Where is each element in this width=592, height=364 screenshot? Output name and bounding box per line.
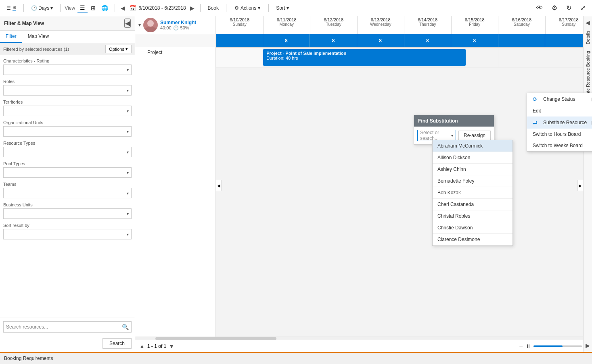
- dropdown-item-3[interactable]: Bernadette Foley: [433, 175, 513, 187]
- actions-icon: ⚙: [234, 5, 239, 11]
- context-menu-change-status[interactable]: ⟳ Change Status ▶: [527, 93, 592, 105]
- dropdown-item-7[interactable]: Christie Dawson: [433, 222, 513, 234]
- search-icon-btn[interactable]: 🔍: [122, 324, 129, 330]
- chevron-down-icon: ▾: [127, 88, 129, 93]
- details-panel-toggle-btn[interactable]: ◀: [584, 18, 592, 27]
- zoom-bar-fill: [533, 345, 563, 347]
- filter-org-units: Organizational Units ▾: [3, 120, 132, 137]
- resource-name[interactable]: Summer Knight: [160, 20, 196, 25]
- actions-arrow: ▾: [258, 5, 260, 11]
- grid-right-arrow-btn[interactable]: ▶: [577, 180, 583, 191]
- dropdown-item-1[interactable]: Allison Dickson: [433, 152, 513, 164]
- settings-btn[interactable]: ⚙: [548, 2, 561, 13]
- filter-label-roles: Roles: [3, 79, 132, 84]
- grid-left-arrow-btn[interactable]: ◀: [216, 180, 222, 191]
- svg-point-0: [147, 20, 154, 27]
- refresh-btn[interactable]: ↻: [563, 2, 575, 13]
- context-menu-substitute[interactable]: ⇄ Substitute Resource ▶: [527, 116, 592, 129]
- filter-select-resource-types[interactable]: ▾: [3, 147, 132, 157]
- hour-cell-3: 8: [357, 34, 404, 47]
- date-navigation: ◀ 📅 6/10/2018 - 6/23/2018 ▶: [119, 4, 196, 12]
- next-date-btn[interactable]: ▶: [188, 4, 196, 12]
- date-5: 6/15/2018: [452, 17, 498, 22]
- resource-details: Summer Knight 40:00 🕐 50%: [160, 20, 196, 31]
- panel-title: Filter & Map View: [4, 21, 44, 26]
- find-sub-header: Find Substitution: [414, 115, 494, 127]
- day-3: Wednesday: [358, 22, 404, 27]
- days-dropdown-btn[interactable]: 🕐 Days ▾: [28, 4, 56, 12]
- context-menu-hours-board[interactable]: Switch to Hours Board: [527, 129, 592, 140]
- resource-collapse-btn[interactable]: ▾: [138, 22, 141, 28]
- details-panel-label: Details: [584, 27, 592, 48]
- pause-icon: ⏸: [525, 343, 531, 349]
- bottom-bar: ▲ 1 - 1 of 1 ▼ − ⏸ +: [135, 340, 592, 352]
- filter-select-characteristics[interactable]: ▾: [3, 64, 132, 75]
- expand-btn[interactable]: ⤢: [577, 2, 589, 13]
- filter-select-sort-result[interactable]: ▾: [3, 229, 132, 239]
- view-toggle-btn[interactable]: ☰ ⊞: [3, 3, 19, 13]
- panel-toggle-btn[interactable]: ◀: [124, 19, 131, 28]
- book-label: Book: [208, 5, 219, 11]
- details-panel-right-btn[interactable]: ▶: [584, 341, 592, 350]
- scroll-thumb[interactable]: [155, 337, 276, 340]
- reassign-btn[interactable]: Re-assign: [458, 131, 491, 140]
- hour-cell-4: 8: [404, 34, 451, 47]
- grid-view-btn[interactable]: ⊞: [88, 3, 98, 13]
- separator-6: [268, 4, 269, 12]
- page-prev-btn[interactable]: ▲: [139, 343, 145, 349]
- day-5: Friday: [452, 22, 498, 27]
- booking-bar[interactable]: Project - Point of Sale implementation D…: [263, 49, 465, 66]
- filter-select-business-units[interactable]: ▾: [3, 208, 132, 219]
- zoom-out-btn[interactable]: −: [519, 343, 523, 350]
- filter-label-territories: Territories: [3, 100, 132, 104]
- dropdown-item-2[interactable]: Ashley Chinn: [433, 164, 513, 175]
- map-view-btn[interactable]: 🌐: [99, 3, 111, 13]
- horizontal-scrollbar[interactable]: [135, 337, 592, 340]
- filter-pool-types: Pool Types ▾: [3, 161, 132, 178]
- filter-select-teams[interactable]: ▾: [3, 188, 132, 198]
- hour-cell-2: 8: [310, 34, 357, 47]
- separator-5: [226, 4, 226, 12]
- col-header-6: 6/16/2018 Saturday: [498, 16, 545, 34]
- context-menu-label-edit: Edit: [533, 108, 541, 114]
- options-btn[interactable]: Options ▾: [105, 45, 132, 53]
- filter-select-pool-types[interactable]: ▾: [3, 167, 132, 178]
- search-button[interactable]: Search: [103, 338, 132, 349]
- tab-filter[interactable]: Filter: [0, 31, 22, 43]
- context-menu-weeks-board[interactable]: Switch to Weeks Board: [527, 140, 592, 151]
- dropdown-item-0[interactable]: Abraham McCormick: [433, 140, 513, 152]
- col-header-0: 6/10/2018 Sunday: [216, 16, 263, 34]
- calendar-area: ▾ Summer Knight 40:00 🕐 50%: [135, 16, 592, 352]
- dropdown-item-4[interactable]: Bob Kozak: [433, 187, 513, 199]
- list-view-btn[interactable]: ☰: [77, 3, 88, 13]
- context-menu-edit[interactable]: Edit: [527, 105, 592, 116]
- dropdown-item-8[interactable]: Clarence Desimone: [433, 234, 513, 245]
- booking-title: Project - Point of Sale implementation: [266, 51, 462, 56]
- actions-btn[interactable]: ⚙ Actions ▾: [230, 4, 264, 12]
- filter-label-characteristics: Characteristics - Rating: [3, 58, 132, 63]
- book-btn[interactable]: Book: [205, 4, 222, 12]
- chevron-down-icon: ▾: [127, 171, 129, 175]
- find-sub-select[interactable]: Select or search... ▾: [417, 130, 456, 141]
- view-toggle-icon-btn[interactable]: 👁: [533, 3, 546, 13]
- filter-label-org-units: Organizational Units: [3, 120, 132, 125]
- search-input[interactable]: [6, 324, 122, 330]
- view-label: View: [65, 5, 75, 11]
- separator-3: [115, 4, 115, 12]
- context-menu-label-substitute: Substitute Resource: [543, 120, 587, 125]
- dropdown-item-6[interactable]: Christal Robles: [433, 210, 513, 222]
- page-next-btn[interactable]: ▼: [169, 343, 174, 349]
- separator-1: [23, 4, 24, 12]
- filter-select-org-units[interactable]: ▾: [3, 126, 132, 137]
- resource-category-label: Project: [135, 47, 215, 58]
- prev-date-btn[interactable]: ◀: [119, 4, 127, 12]
- resource-meta: 40:00 🕐 50%: [160, 25, 196, 31]
- filter-select-roles[interactable]: ▾: [3, 85, 132, 96]
- dropdown-item-5[interactable]: Cheri Castaneda: [433, 199, 513, 210]
- date-0: 6/10/2018: [217, 17, 262, 22]
- hour-cell-5: 8: [451, 34, 498, 47]
- filter-select-territories[interactable]: ▾: [3, 106, 132, 116]
- sort-btn[interactable]: Sort ▾: [273, 4, 292, 12]
- left-panel: Filter & Map View ◀ Filter Map View Filt…: [0, 16, 135, 352]
- tab-mapview[interactable]: Map View: [22, 31, 54, 43]
